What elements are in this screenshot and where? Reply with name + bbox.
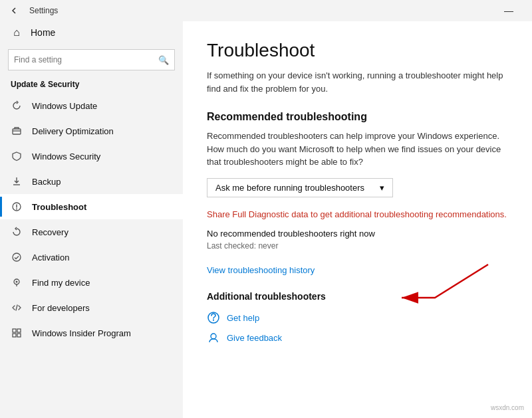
page-description: If something on your device isn't workin… xyxy=(207,69,508,95)
sidebar-item-home[interactable]: ⌂ Home xyxy=(0,21,183,44)
svg-rect-8 xyxy=(17,334,21,337)
shield-icon xyxy=(11,150,23,162)
activation-icon xyxy=(11,251,23,263)
svg-rect-7 xyxy=(13,334,16,337)
svg-point-12 xyxy=(211,334,216,339)
delivery-icon xyxy=(11,125,23,137)
status-text: No recommended troubleshooters right now xyxy=(207,229,508,239)
give-feedback-icon xyxy=(207,331,220,344)
sidebar-item-label: Windows Security xyxy=(32,152,100,161)
content-area: Troubleshoot If something on your device… xyxy=(183,21,532,418)
sidebar-item-delivery-optimization[interactable]: Delivery Optimization xyxy=(0,118,183,144)
last-checked-text: Last checked: never xyxy=(207,241,508,251)
svg-point-4 xyxy=(16,281,18,283)
sidebar-item-label: Delivery Optimization xyxy=(32,126,114,136)
get-help-link[interactable]: Get help xyxy=(207,311,508,324)
get-help-icon xyxy=(207,311,220,324)
svg-rect-6 xyxy=(17,329,21,332)
back-button[interactable] xyxy=(5,1,24,20)
insider-icon xyxy=(11,327,23,339)
sidebar-item-find-my-device[interactable]: Find my device xyxy=(0,270,183,295)
sidebar-item-label: Troubleshoot xyxy=(32,202,86,212)
search-icon: 🔍 xyxy=(158,55,169,65)
titlebar: Settings — xyxy=(0,0,532,21)
search-input[interactable] xyxy=(14,55,154,64)
recovery-icon xyxy=(11,226,23,238)
sidebar-item-backup[interactable]: Backup xyxy=(0,169,183,194)
recommended-section-title: Recommended troubleshooting xyxy=(207,111,508,123)
titlebar-title: Settings xyxy=(29,6,58,15)
svg-rect-5 xyxy=(13,329,16,332)
troubleshoot-icon xyxy=(11,201,23,213)
diagnostic-link[interactable]: Share Full Diagnostic data to get additi… xyxy=(207,208,508,221)
sidebar-item-label: For developers xyxy=(32,303,90,313)
give-feedback-label: Give feedback xyxy=(227,333,282,343)
sidebar-item-label: Recovery xyxy=(32,227,68,237)
sidebar-item-label: Backup xyxy=(32,177,61,187)
sidebar-item-activation[interactable]: Activation xyxy=(0,245,183,270)
sidebar: ⌂ Home 🔍 Update & Security Windows Updat… xyxy=(0,21,183,418)
sidebar-home-label: Home xyxy=(31,27,55,38)
svg-rect-0 xyxy=(13,129,21,134)
sidebar-search-box[interactable]: 🔍 xyxy=(8,49,175,70)
dropdown-value: Ask me before running troubleshooters xyxy=(215,183,364,193)
sidebar-item-for-developers[interactable]: For developers xyxy=(0,295,183,320)
sidebar-item-windows-security[interactable]: Windows Security xyxy=(0,144,183,169)
sidebar-item-label: Activation xyxy=(32,253,69,262)
main-layout: ⌂ Home 🔍 Update & Security Windows Updat… xyxy=(0,21,532,418)
troubleshooter-dropdown[interactable]: Ask me before running troubleshooters ▾ xyxy=(207,178,393,197)
svg-point-2 xyxy=(13,253,21,261)
get-help-label: Get help xyxy=(227,313,259,323)
titlebar-left: Settings xyxy=(5,1,58,20)
give-feedback-link[interactable]: Give feedback xyxy=(207,331,508,344)
sidebar-section-label: Update & Security xyxy=(0,76,183,93)
backup-icon xyxy=(11,175,23,187)
view-history-link[interactable]: View troubleshooting history xyxy=(207,265,315,275)
chevron-down-icon: ▾ xyxy=(380,183,384,193)
troubleshooter-dropdown-container: Ask me before running troubleshooters ▾ xyxy=(207,178,508,197)
sidebar-item-label: Windows Update xyxy=(32,101,97,111)
developer-icon xyxy=(11,302,23,314)
sidebar-item-windows-insider[interactable]: Windows Insider Program xyxy=(0,320,183,346)
recommended-section-description: Recommended troubleshooters can help imp… xyxy=(207,130,508,169)
sidebar-item-troubleshoot[interactable]: Troubleshoot xyxy=(0,194,183,219)
annotation-arrow xyxy=(368,258,501,311)
find-device-icon xyxy=(11,276,23,288)
svg-point-11 xyxy=(213,320,214,321)
sidebar-item-windows-update[interactable]: Windows Update xyxy=(0,93,183,118)
sidebar-item-recovery[interactable]: Recovery xyxy=(0,219,183,245)
home-icon: ⌂ xyxy=(11,27,23,39)
sidebar-item-label: Find my device xyxy=(32,278,90,288)
sidebar-item-label: Windows Insider Program xyxy=(32,328,131,338)
windows-update-icon xyxy=(11,100,23,112)
page-title: Troubleshoot xyxy=(207,40,508,61)
watermark: wsxdn.com xyxy=(488,403,527,413)
minimize-button[interactable]: — xyxy=(493,0,524,21)
arrow-container: Additional troubleshooters xyxy=(207,291,508,302)
additional-section-title: Additional troubleshooters xyxy=(207,291,508,302)
